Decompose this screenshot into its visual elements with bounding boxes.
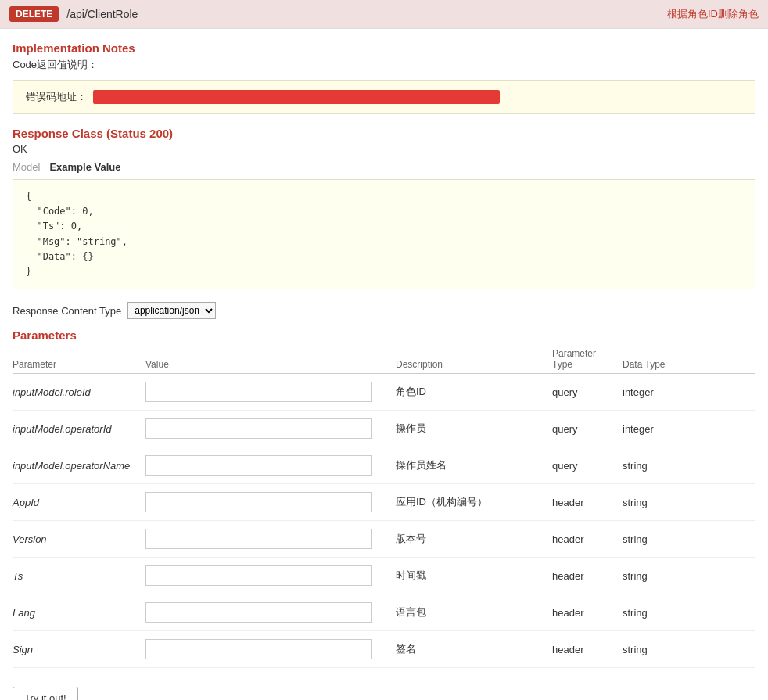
param-description-2: 操作员姓名 <box>396 447 552 484</box>
param-value-cell-2 <box>145 447 396 484</box>
param-data-type-2: string <box>623 447 755 484</box>
table-row: Version版本号headerstring <box>13 521 755 558</box>
param-input-5[interactable] <box>145 565 372 586</box>
model-tabs: Model Example Value <box>13 160 755 174</box>
api-header: DELETE /api/ClientRole 根据角色ID删除角色 <box>0 0 768 29</box>
response-class-title: Response Class (Status 200) <box>13 127 755 140</box>
param-name-3: AppId <box>13 484 145 521</box>
model-label: Model <box>13 161 40 173</box>
table-row: AppId应用ID（机构编号）headerstring <box>13 484 755 521</box>
param-value-cell-3 <box>145 484 396 521</box>
param-input-6[interactable] <box>145 602 372 623</box>
param-name-5: Ts <box>13 558 145 594</box>
param-type-5: header <box>552 558 623 594</box>
code-block: { "Code": 0, "Ts": 0, "Msg": "string", "… <box>13 179 755 289</box>
api-description: 根据角色ID删除角色 <box>667 7 759 21</box>
parameters-table: Parameter Value Description ParameterTyp… <box>13 345 755 668</box>
param-data-type-4: string <box>623 521 755 558</box>
param-name-4: Version <box>13 521 145 558</box>
main-content: Implementation Notes Code返回值说明： 错误码地址： R… <box>0 29 768 700</box>
param-name-6: Lang <box>13 594 145 631</box>
param-value-cell-6 <box>145 594 396 631</box>
table-row: Ts时间戳headerstring <box>13 558 755 594</box>
try-it-out-button[interactable]: Try it out! <box>13 687 78 700</box>
method-badge: DELETE <box>9 6 59 22</box>
error-label: 错误码地址： <box>26 90 87 104</box>
param-type-3: header <box>552 484 623 521</box>
table-row: inputModel.roleId角色IDqueryinteger <box>13 374 755 411</box>
param-description-0: 角色ID <box>396 374 552 411</box>
param-type-0: query <box>552 374 623 411</box>
param-value-cell-7 <box>145 631 396 668</box>
page-wrapper: DELETE /api/ClientRole 根据角色ID删除角色 Implem… <box>0 0 768 700</box>
param-type-7: header <box>552 631 623 668</box>
param-value-cell-4 <box>145 521 396 558</box>
implementation-notes-section: Implementation Notes Code返回值说明： 错误码地址： <box>13 41 755 114</box>
param-data-type-0: integer <box>623 374 755 411</box>
param-name-1: inputModel.operatorId <box>13 411 145 447</box>
col-description: Description <box>396 345 552 374</box>
error-box: 错误码地址： <box>13 80 755 114</box>
param-description-7: 签名 <box>396 631 552 668</box>
param-value-cell-5 <box>145 558 396 594</box>
param-input-1[interactable] <box>145 418 372 439</box>
param-input-0[interactable] <box>145 382 372 402</box>
parameters-title: Parameters <box>13 328 755 342</box>
response-content-type-section: Response Content Type application/json <box>13 302 755 319</box>
table-row: inputModel.operatorName操作员姓名querystring <box>13 447 755 484</box>
param-input-7[interactable] <box>145 639 372 659</box>
implementation-notes-title: Implementation Notes <box>13 41 755 55</box>
example-value-tab[interactable]: Example Value <box>46 160 124 174</box>
api-header-left: DELETE /api/ClientRole <box>9 6 138 22</box>
param-type-2: query <box>552 447 623 484</box>
param-name-2: inputModel.operatorName <box>13 447 145 484</box>
param-description-3: 应用ID（机构编号） <box>396 484 552 521</box>
param-data-type-3: string <box>623 484 755 521</box>
param-type-1: query <box>552 411 623 447</box>
param-value-cell-1 <box>145 411 396 447</box>
col-parameter: Parameter <box>13 345 145 374</box>
table-row: inputModel.operatorId操作员queryinteger <box>13 411 755 447</box>
response-content-label: Response Content Type <box>13 305 121 317</box>
col-parameter-type: ParameterType <box>552 345 623 374</box>
param-name-0: inputModel.roleId <box>13 374 145 411</box>
table-row: Lang语言包headerstring <box>13 594 755 631</box>
param-data-type-6: string <box>623 594 755 631</box>
param-description-4: 版本号 <box>396 521 552 558</box>
param-data-type-7: string <box>623 631 755 668</box>
param-description-1: 操作员 <box>396 411 552 447</box>
param-description-5: 时间戳 <box>396 558 552 594</box>
param-type-6: header <box>552 594 623 631</box>
param-data-type-5: string <box>623 558 755 594</box>
param-description-6: 语言包 <box>396 594 552 631</box>
status-ok: OK <box>13 143 755 155</box>
content-type-select[interactable]: application/json <box>127 302 216 319</box>
param-input-4[interactable] <box>145 529 372 549</box>
table-row: Sign签名headerstring <box>13 631 755 668</box>
col-data-type: Data Type <box>623 345 755 374</box>
error-bar <box>93 90 500 104</box>
param-value-cell-0 <box>145 374 396 411</box>
implementation-notes-subtitle: Code返回值说明： <box>13 58 755 72</box>
param-name-7: Sign <box>13 631 145 668</box>
param-input-3[interactable] <box>145 492 372 512</box>
param-data-type-1: integer <box>623 411 755 447</box>
response-class-section: Response Class (Status 200) OK Model Exa… <box>13 127 755 289</box>
table-header-row: Parameter Value Description ParameterTyp… <box>13 345 755 374</box>
param-input-2[interactable] <box>145 455 372 476</box>
param-type-4: header <box>552 521 623 558</box>
api-path: /api/ClientRole <box>66 8 138 20</box>
col-value: Value <box>145 345 396 374</box>
parameters-section: Parameters Parameter Value Description P… <box>13 328 755 668</box>
